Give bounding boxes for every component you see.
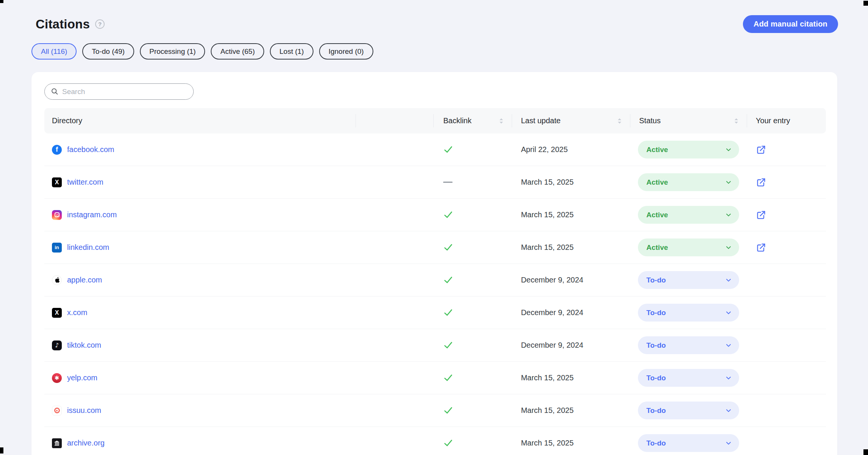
chevron-down-icon	[725, 244, 732, 251]
last-update-text: March 15, 2025	[521, 439, 573, 447]
x-icon: X	[52, 308, 62, 318]
citations-table: Directory Backlink Last update Status	[44, 108, 826, 455]
last-update-text: March 15, 2025	[521, 406, 573, 415]
directory-link[interactable]: instagram.com	[67, 210, 117, 219]
table-row: apple.com December 9, 2024 To-do	[44, 264, 826, 297]
corner-marker	[0, 447, 3, 453]
filter-lost[interactable]: Lost (1)	[270, 43, 313, 60]
x-icon: X	[52, 177, 62, 187]
corner-marker	[0, 0, 3, 3]
table-row: ✱ yelp.com March 15, 2025 To-do	[44, 362, 826, 394]
external-link-icon[interactable]	[756, 177, 766, 188]
table-row: archive.org March 15, 2025 To-do	[44, 427, 826, 455]
linkedin-icon: in	[52, 243, 62, 253]
directory-link[interactable]: twitter.com	[67, 178, 103, 187]
status-dropdown[interactable]: Active	[638, 141, 739, 158]
table-row: X x.com December 9, 2024 To-do	[44, 297, 826, 329]
search-input[interactable]	[62, 88, 187, 96]
chevron-down-icon	[725, 276, 732, 284]
directory-link[interactable]: apple.com	[67, 276, 102, 284]
table-row: issuu.com March 15, 2025 To-do	[44, 394, 826, 427]
tiktok-icon: ♪	[52, 340, 62, 350]
chevron-down-icon	[725, 374, 732, 382]
external-link-icon[interactable]	[756, 210, 766, 220]
search-box	[44, 83, 194, 100]
table-row: in linkedin.com March 15, 2025 Active	[44, 231, 826, 264]
search-icon	[51, 88, 59, 96]
table-header: Directory Backlink Last update Status	[44, 108, 826, 133]
chevron-down-icon	[725, 342, 732, 349]
filter-all[interactable]: All (116)	[31, 43, 77, 60]
last-update-text: March 15, 2025	[521, 373, 573, 382]
last-update-text: March 15, 2025	[521, 210, 573, 219]
table-row: X twitter.com March 15, 2025 Active	[44, 166, 826, 199]
column-header-your-entry: Your entry	[747, 108, 826, 133]
directory-link[interactable]: facebook.com	[67, 145, 114, 154]
archive-icon	[52, 438, 62, 448]
corner-marker	[863, 449, 868, 455]
backlink-check-icon	[443, 210, 453, 220]
status-dropdown[interactable]: Active	[638, 206, 739, 224]
backlink-check-icon	[443, 242, 453, 253]
yelp-icon: ✱	[52, 373, 62, 383]
page-title: Citations	[36, 17, 90, 31]
chevron-down-icon	[725, 407, 732, 414]
status-dropdown[interactable]: Active	[638, 173, 739, 191]
chevron-down-icon	[725, 439, 732, 447]
status-dropdown[interactable]: Active	[638, 238, 739, 256]
column-header-status[interactable]: Status	[630, 108, 747, 133]
last-update-text: December 9, 2024	[521, 308, 583, 317]
issuu-icon	[52, 406, 62, 416]
chevron-down-icon	[725, 211, 732, 219]
backlink-check-icon	[443, 373, 453, 383]
column-header-backlink[interactable]: Backlink	[434, 108, 512, 133]
last-update-text: March 15, 2025	[521, 178, 573, 187]
status-dropdown[interactable]: To-do	[638, 336, 739, 354]
backlink-none-icon	[443, 182, 453, 183]
sort-icon	[733, 117, 740, 125]
filter-chips: All (116) To-do (49) Processing (1) Acti…	[31, 43, 868, 60]
top-bar: Citations ? Add manual citation	[0, 0, 868, 33]
instagram-icon	[52, 210, 62, 220]
table-row: f facebook.com April 22, 2025 Active	[44, 133, 826, 166]
corner-marker	[863, 1, 868, 6]
filter-active[interactable]: Active (65)	[211, 43, 264, 60]
column-header-empty	[356, 108, 434, 133]
table-row: ♪ tiktok.com December 9, 2024 To-do	[44, 329, 826, 362]
filter-todo[interactable]: To-do (49)	[82, 43, 134, 60]
last-update-text: March 15, 2025	[521, 243, 573, 252]
filter-ignored[interactable]: Ignored (0)	[319, 43, 373, 60]
status-dropdown[interactable]: To-do	[638, 271, 739, 289]
last-update-text: December 9, 2024	[521, 341, 583, 350]
table-row: instagram.com March 15, 2025 Active	[44, 199, 826, 231]
help-icon[interactable]: ?	[95, 19, 105, 29]
chevron-down-icon	[725, 309, 732, 317]
directory-link[interactable]: tiktok.com	[67, 341, 101, 350]
backlink-check-icon	[443, 275, 453, 285]
last-update-text: April 22, 2025	[521, 145, 567, 154]
status-dropdown[interactable]: To-do	[638, 369, 739, 387]
directory-link[interactable]: x.com	[67, 308, 87, 317]
directory-link[interactable]: yelp.com	[67, 373, 97, 382]
status-dropdown[interactable]: To-do	[638, 402, 739, 419]
status-dropdown[interactable]: To-do	[638, 304, 739, 322]
status-dropdown[interactable]: To-do	[638, 434, 739, 452]
directory-link[interactable]: linkedin.com	[67, 243, 109, 252]
chevron-down-icon	[725, 179, 732, 186]
column-header-directory: Directory	[44, 108, 356, 133]
apple-icon	[52, 275, 62, 285]
backlink-check-icon	[443, 340, 453, 350]
backlink-check-icon	[443, 405, 453, 416]
chevron-down-icon	[725, 146, 732, 154]
external-link-icon[interactable]	[756, 144, 766, 155]
column-header-last-update[interactable]: Last update	[512, 108, 630, 133]
directory-link[interactable]: issuu.com	[67, 406, 101, 415]
sort-icon	[616, 117, 623, 125]
filter-processing[interactable]: Processing (1)	[140, 43, 205, 60]
backlink-check-icon	[443, 144, 453, 155]
add-manual-citation-button[interactable]: Add manual citation	[743, 15, 838, 33]
directory-link[interactable]: archive.org	[67, 439, 105, 447]
sort-icon	[498, 117, 505, 125]
backlink-check-icon	[443, 308, 453, 318]
external-link-icon[interactable]	[756, 242, 766, 253]
